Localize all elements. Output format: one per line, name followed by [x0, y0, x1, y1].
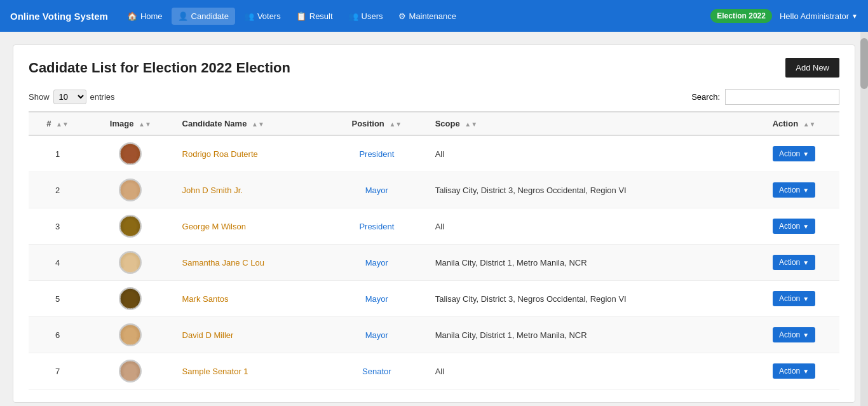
nav-item-maintenance[interactable]: ⚙ Maintenance: [392, 8, 463, 25]
sort-icon-name: ▲▼: [252, 121, 264, 128]
sort-icon-image: ▲▼: [139, 121, 151, 128]
dropdown-arrow-icon: ▼: [803, 223, 809, 230]
scrollbar-thumb[interactable]: [860, 38, 868, 89]
action-label: Action: [779, 367, 800, 376]
scrollbar[interactable]: [860, 32, 868, 406]
cell-image: [86, 135, 174, 172]
search-box: Search:: [691, 89, 839, 105]
nav-label-voters: Voters: [257, 11, 281, 21]
action-label: Action: [779, 222, 800, 231]
position-value: President: [359, 222, 394, 231]
result-icon: 📋: [296, 11, 306, 21]
avatar: [119, 251, 142, 274]
cell-candidate-name[interactable]: John D Smith Jr.: [175, 172, 326, 208]
cell-candidate-name[interactable]: George M Wilson: [175, 208, 326, 245]
cell-scope: Talisay City, District 3, Negros Occiden…: [428, 281, 749, 317]
action-label: Action: [779, 294, 800, 303]
nav-item-users[interactable]: 👥 Users: [342, 8, 390, 25]
action-button[interactable]: Action ▼: [773, 255, 815, 270]
col-header-action[interactable]: Action ▲▼: [749, 112, 839, 135]
users-icon: 👥: [348, 11, 358, 21]
election-badge: Election 2022: [710, 9, 772, 23]
table-row: 5 Mark SantosMayorTalisay City, District…: [29, 281, 839, 317]
cell-num: 1: [29, 135, 86, 172]
navbar: Online Voting System 🏠 Home 👤 Candidate …: [0, 0, 868, 32]
candidate-name-link[interactable]: George M Wilson: [182, 222, 246, 231]
col-header-scope[interactable]: Scope ▲▼: [428, 112, 749, 135]
nav-item-voters[interactable]: 👥 Voters: [238, 8, 287, 25]
table-header-row: # ▲▼ Image ▲▼ Candidate Name ▲▼ Position…: [29, 112, 839, 135]
candidate-name-link[interactable]: Sample Senator 1: [182, 367, 248, 376]
navbar-right: Election 2022 Hello Administrator ▼: [710, 9, 858, 23]
position-value: Mayor: [365, 294, 388, 304]
candidate-name-link[interactable]: Samantha Jane C Lou: [182, 258, 264, 267]
nav-item-result[interactable]: 📋 Result: [290, 8, 339, 25]
candidate-name-link[interactable]: Mark Santos: [182, 294, 229, 304]
cell-scope: Talisay City, District 3, Negros Occiden…: [428, 172, 749, 208]
nav-label-home: Home: [140, 11, 163, 21]
cell-action: Action ▼: [749, 208, 839, 245]
cell-position: Mayor: [326, 245, 428, 281]
dropdown-arrow-icon: ▼: [803, 295, 809, 302]
cell-scope: All: [428, 135, 749, 172]
cell-candidate-name[interactable]: David D Miller: [175, 317, 326, 353]
cell-position: Mayor: [326, 172, 428, 208]
data-table: # ▲▼ Image ▲▼ Candidate Name ▲▼ Position…: [29, 111, 839, 389]
avatar: [119, 287, 142, 310]
cell-image: [86, 317, 174, 353]
entries-select[interactable]: 10 25 50 100: [53, 90, 86, 104]
sort-icon-scope: ▲▼: [465, 121, 477, 128]
home-icon: 🏠: [127, 11, 137, 21]
candidate-name-link[interactable]: David D Miller: [182, 330, 234, 340]
cell-candidate-name[interactable]: Rodrigo Roa Duterte: [175, 135, 326, 172]
action-button[interactable]: Action ▼: [773, 327, 815, 342]
dropdown-arrow-icon: ▼: [803, 187, 809, 194]
main-content: Cadidate List for Election 2022 Election…: [13, 44, 855, 403]
cell-candidate-name[interactable]: Samantha Jane C Lou: [175, 245, 326, 281]
position-value: President: [359, 149, 394, 159]
action-button[interactable]: Action ▼: [773, 219, 815, 234]
dropdown-arrow-icon: ▼: [803, 332, 809, 339]
action-button[interactable]: Action ▼: [773, 291, 815, 306]
action-button[interactable]: Action ▼: [773, 182, 815, 198]
position-value: Senator: [362, 367, 391, 376]
dropdown-arrow-icon: ▼: [803, 151, 809, 158]
admin-dropdown[interactable]: Hello Administrator ▼: [780, 11, 858, 21]
nav-label-candidate: Candidate: [191, 11, 229, 21]
table-row: 7 Sample Senator 1SenatorAllAction ▼: [29, 353, 839, 389]
search-input[interactable]: [725, 89, 839, 105]
cell-image: [86, 245, 174, 281]
nav-item-home[interactable]: 🏠 Home: [121, 8, 169, 25]
sort-icon-position: ▲▼: [389, 121, 402, 128]
cell-num: 3: [29, 208, 86, 245]
cell-candidate-name[interactable]: Sample Senator 1: [175, 353, 326, 389]
col-header-name[interactable]: Candidate Name ▲▼: [175, 112, 326, 135]
page-header: Cadidate List for Election 2022 Election…: [29, 58, 839, 78]
cell-position: Mayor: [326, 317, 428, 353]
cell-image: [86, 208, 174, 245]
candidate-name-link[interactable]: John D Smith Jr.: [182, 186, 243, 195]
voters-icon: 👥: [244, 11, 254, 21]
action-button[interactable]: Action ▼: [773, 363, 815, 379]
cell-action: Action ▼: [749, 353, 839, 389]
avatar: [119, 142, 142, 165]
cell-num: 6: [29, 317, 86, 353]
col-header-num[interactable]: # ▲▼: [29, 112, 86, 135]
candidate-name-link[interactable]: Rodrigo Roa Duterte: [182, 149, 258, 159]
col-header-position[interactable]: Position ▲▼: [326, 112, 428, 135]
cell-scope: All: [428, 353, 749, 389]
position-value: Mayor: [365, 186, 388, 195]
action-button[interactable]: Action ▼: [773, 146, 815, 161]
nav-item-candidate[interactable]: 👤 Candidate: [172, 8, 235, 25]
cell-candidate-name[interactable]: Mark Santos: [175, 281, 326, 317]
nav-links: 🏠 Home 👤 Candidate 👥 Voters 📋 Result 👥 U…: [121, 8, 710, 25]
cell-position: President: [326, 135, 428, 172]
col-header-image[interactable]: Image ▲▼: [86, 112, 174, 135]
candidate-icon: 👤: [178, 11, 188, 21]
cell-position: Senator: [326, 353, 428, 389]
cell-action: Action ▼: [749, 172, 839, 208]
add-new-button[interactable]: Add New: [785, 58, 839, 78]
dropdown-arrow-icon: ▼: [803, 259, 809, 266]
search-label: Search:: [691, 92, 720, 102]
cell-num: 2: [29, 172, 86, 208]
